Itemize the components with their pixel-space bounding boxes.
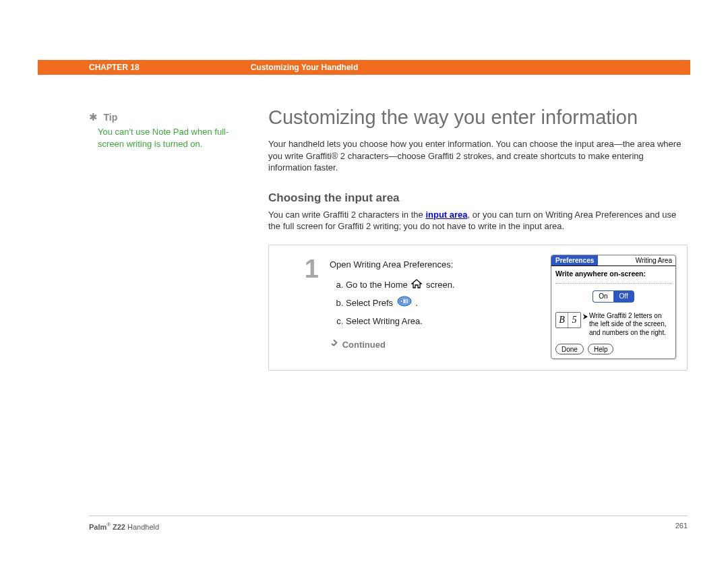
continued-arrow-icon <box>330 337 338 354</box>
chapter-header: CHAPTER 18 Customizing Your Handheld <box>38 60 690 75</box>
tip-text: You can't use Note Pad when full-screen … <box>89 126 231 150</box>
ss-buttons: Done Help <box>555 344 671 354</box>
tip-label: Tip <box>103 112 117 123</box>
step-a: Go to the Home screen. <box>346 277 544 294</box>
step-lead: Open Writing Area Preferences: <box>330 257 544 274</box>
product-name: Palm® Z22 Handheld <box>89 522 159 531</box>
svg-point-7 <box>406 302 408 303</box>
step-list: Go to the Home screen. Select Prefs <box>330 277 544 330</box>
product-brand: Palm <box>89 523 107 531</box>
ss-done-button[interactable]: Done <box>555 344 584 354</box>
prefs-icon <box>397 296 412 313</box>
ss-pointer-icon <box>582 313 588 322</box>
page-title: Customizing the way you enter informatio… <box>268 106 688 129</box>
ss-glyph-5: 5 <box>568 313 580 327</box>
step-b: Select Prefs <box>346 295 544 312</box>
step-body: Open Writing Area Preferences: Go to the… <box>330 255 676 360</box>
svg-rect-1 <box>400 300 402 303</box>
handheld-screenshot: Preferences Writing Area Write anywhere … <box>551 255 676 360</box>
ss-instruction-text: Write Graffiti 2 letters on the left sid… <box>589 312 667 336</box>
tip-box: ✱ Tip You can't use Note Pad when full-s… <box>89 111 231 150</box>
tip-heading: ✱ Tip <box>89 111 231 123</box>
page-footer: Palm® Z22 Handheld 261 <box>89 516 688 531</box>
ss-glyph-box: B 5 <box>555 312 581 328</box>
step-c: Select Writing Area. <box>346 313 544 330</box>
input-area-link[interactable]: input area <box>425 210 467 220</box>
step-instructions: Open Writing Area Preferences: Go to the… <box>330 255 544 360</box>
intro-paragraph: Your handheld lets you choose how you en… <box>268 138 688 174</box>
registered-mark: ® <box>107 522 111 528</box>
ss-toggle-on-button[interactable]: On <box>593 290 613 303</box>
chapter-label: CHAPTER 18 <box>38 63 140 72</box>
step-b-pre: Select Prefs <box>346 298 396 308</box>
main-content: Customizing the way you enter informatio… <box>268 106 688 371</box>
svg-point-5 <box>406 299 408 301</box>
asterisk-icon: ✱ <box>89 111 98 123</box>
ss-divider <box>555 283 671 284</box>
continued-indicator: Continued <box>330 337 544 354</box>
svg-point-6 <box>406 301 408 302</box>
page-number: 261 <box>675 522 688 531</box>
ss-title-preferences: Preferences <box>551 255 598 266</box>
step-a-post: screen. <box>426 280 455 290</box>
ss-toggle-off-button[interactable]: Off <box>613 290 634 303</box>
section-intro-a: You can write Graffiti 2 characters in t… <box>268 210 425 220</box>
section-intro: You can write Graffiti 2 characters in t… <box>268 209 688 232</box>
ss-glyph-b: B <box>556 313 568 327</box>
home-icon <box>411 278 422 294</box>
ss-body: Write anywhere on-screen: On Off B 5 <box>551 266 675 359</box>
product-model: Z22 <box>113 523 125 531</box>
chapter-title: Customizing Your Handheld <box>140 63 359 72</box>
step-box: 1 Open Writing Area Preferences: Go to t… <box>268 245 688 371</box>
product-tail: Handheld <box>125 523 159 531</box>
step-number: 1 <box>278 256 319 360</box>
ss-heading: Write anywhere on-screen: <box>555 270 671 278</box>
ss-title-writing-area: Writing Area <box>598 255 675 266</box>
step-b-post: . <box>415 298 418 308</box>
ss-instruction-row: B 5 Write Graffiti 2 letters on the left… <box>555 312 671 338</box>
continued-label: Continued <box>342 340 386 350</box>
ss-help-button[interactable]: Help <box>588 344 614 354</box>
section-heading: Choosing the input area <box>268 191 688 205</box>
ss-on-off-toggle: On Off <box>555 290 671 303</box>
step-a-pre: Go to the Home <box>346 280 410 290</box>
ss-titlebar: Preferences Writing Area <box>551 255 675 266</box>
